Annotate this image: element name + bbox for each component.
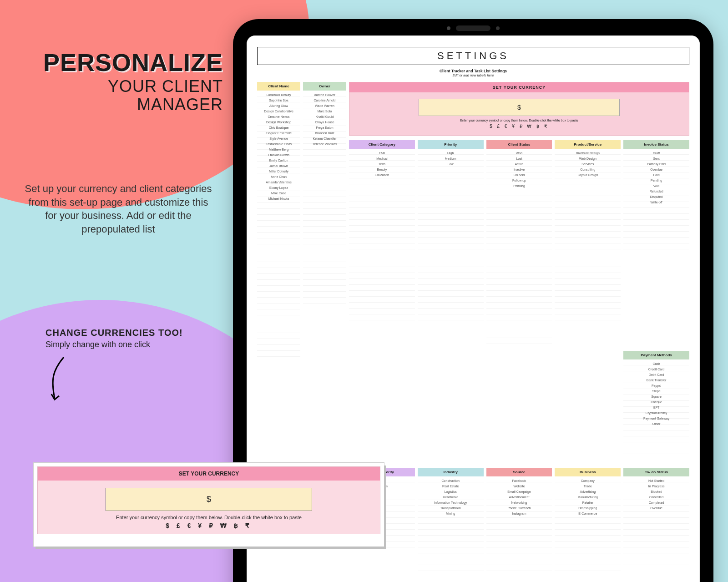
zoom-currency-input[interactable]: $ (106, 488, 312, 511)
hdr-todo-status: To- do Status (623, 468, 689, 476)
lower-title: CHANGE CURRENCIES TOO! (46, 328, 183, 338)
body-payment-methods[interactable]: CashCredit CardDebit CardBank TransferPa… (623, 359, 689, 454)
zoom-currency-panel: SET YOUR CURRENCY $ Enter your currency … (34, 463, 384, 547)
body-business[interactable]: CompanyTradeAdvertisingManufacturingReta… (555, 476, 621, 571)
col-business[interactable]: Business CompanyTradeAdvertisingManufact… (555, 468, 621, 571)
zoom-currency-body: $ Enter your currency symbol or copy the… (38, 481, 380, 534)
col-payment-methods[interactable]: Payment Methods CashCredit CardDebit Car… (623, 351, 689, 454)
hero-title: PERSONALIZE (32, 50, 223, 75)
body-client-category[interactable]: F&BMedicalTechBeautyEducation (349, 149, 415, 337)
subtitle-2: Edit or add new labels here (257, 73, 689, 77)
hdr-business: Business (555, 468, 621, 476)
arrow-icon (50, 355, 68, 405)
row1: Client Category F&BMedicalTechBeautyEduc… (349, 140, 689, 348)
hero-text: PERSONALIZE YOUR CLIENT MANAGER (32, 50, 223, 113)
ipad-notch (456, 25, 490, 31)
currency-box: SET YOUR CURRENCY $ Enter your currency … (349, 82, 689, 136)
body-todo-status[interactable]: Not StartedIn ProgressBlockedCancelledCo… (623, 476, 689, 566)
hdr-payment-methods: Payment Methods (623, 351, 689, 359)
lower-callout: CHANGE CURRENCIES TOO! Simply change wit… (46, 328, 183, 349)
hdr-priority: Priority (418, 140, 484, 149)
body-product[interactable]: Brochure DesignWeb DesignServicesConsult… (555, 149, 621, 337)
body-source[interactable]: FacebookWebsiteEmail CampaignAdvertiseme… (486, 476, 552, 571)
currency-input[interactable]: $ (419, 99, 620, 116)
body-invoice-status[interactable]: DraftSentPartially PaidOverduePaidPendin… (623, 149, 689, 260)
zoom-currency-title: SET YOUR CURRENCY (38, 467, 380, 481)
row2: To-Do Priority HighMediumLow Industry Co… (349, 468, 689, 571)
body-industry[interactable]: ConstructionReal EstateLogisticsHealthca… (418, 476, 484, 571)
body-priority[interactable]: HighMediumLow (418, 149, 484, 326)
hero-subtitle: YOUR CLIENT MANAGER (32, 77, 223, 113)
subtitle-1: Client Tracker and Task List Settings (257, 69, 689, 73)
col-client-category[interactable]: Client Category F&BMedicalTechBeautyEduc… (349, 140, 415, 348)
hdr-source: Source (486, 468, 552, 476)
currency-title: SET YOUR CURRENCY (349, 82, 689, 92)
zoom-currency-symbols[interactable]: $ £ € ¥ ₽ ₩ ฿ ₹ (42, 522, 375, 529)
body-client-status[interactable]: WonLostActiveInactiveOn holdFollow upPen… (486, 149, 552, 348)
hdr-industry: Industry (418, 468, 484, 476)
col-client-status[interactable]: Client Status WonLostActiveInactiveOn ho… (486, 140, 552, 348)
zoom-currency-inner: SET YOUR CURRENCY $ Enter your currency … (37, 466, 380, 534)
hdr-client-name: Client Name (257, 82, 300, 91)
zoom-currency-hint: Enter your currency symbol or copy them … (42, 515, 375, 520)
currency-body: $ Enter your currency symbol or copy the… (349, 92, 689, 135)
body-client-name[interactable]: Luminous BeautySapphire SpaAlluring Glow… (257, 91, 300, 361)
hdr-client-category: Client Category (349, 140, 415, 149)
col-invoice-status[interactable]: Invoice Status DraftSentPartially PaidOv… (623, 140, 689, 348)
col-industry[interactable]: Industry ConstructionReal EstateLogistic… (418, 468, 484, 571)
currency-hint: Enter your currency symbol or copy them … (357, 119, 682, 122)
right-side: SET YOUR CURRENCY $ Enter your currency … (349, 82, 689, 571)
hdr-product: Product/Service (555, 140, 621, 149)
col-todo-status[interactable]: To- do Status Not StartedIn ProgressBloc… (623, 468, 689, 571)
currency-symbols[interactable]: $ £ € ¥ ₽ ₩ ฿ ₹ (357, 124, 682, 129)
row-payment: Payment Methods CashCredit CardDebit Car… (349, 351, 689, 454)
lower-sub: Simply change with one click (46, 340, 183, 349)
mid-description: Set up your currency and client categori… (23, 182, 214, 236)
page-title: SETTINGS (257, 47, 689, 65)
col-product[interactable]: Product/Service Brochure DesignWeb Desig… (555, 140, 621, 348)
hdr-owner: Owner (303, 82, 346, 91)
hdr-client-status: Client Status (486, 140, 552, 149)
col-source[interactable]: Source FacebookWebsiteEmail CampaignAdve… (486, 468, 552, 571)
hdr-invoice-status: Invoice Status (623, 140, 689, 149)
body-owner[interactable]: Xanthe HooverCaroline ArnoldWade WarrenM… (303, 91, 346, 306)
page-subtitle: Client Tracker and Task List Settings Ed… (257, 69, 689, 77)
col-priority[interactable]: Priority HighMediumLow (418, 140, 484, 348)
